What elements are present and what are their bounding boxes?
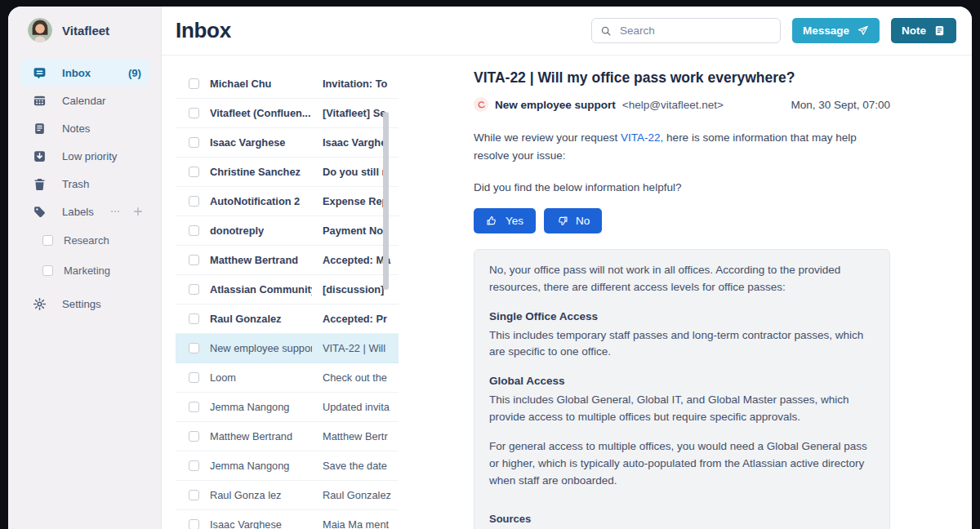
inbox-icon (33, 66, 47, 80)
email-sender: Christine Sanchez (210, 166, 312, 178)
email-meta: New employee support <help@vitafleet.net… (474, 97, 890, 112)
sidebar-item-label: Labels (62, 206, 94, 218)
email-checkbox[interactable] (189, 313, 199, 324)
sources-title: Sources (489, 511, 875, 527)
more-icon[interactable] (109, 206, 121, 217)
notes-icon (33, 122, 47, 136)
email-checkbox[interactable] (189, 519, 199, 529)
email-date: Mon, 30 Sept, 07:00 (791, 99, 890, 111)
no-button[interactable]: No (544, 208, 602, 233)
email-checkbox[interactable] (189, 167, 199, 177)
sidebar-item-settings[interactable]: Settings (20, 290, 149, 318)
search-box (591, 18, 781, 43)
low-priority-icon (33, 149, 47, 163)
list-item[interactable]: Jemma NangongSave the date (176, 451, 399, 481)
email-sender: Raul Gonza lez (210, 489, 312, 501)
note-button[interactable]: Note (891, 18, 956, 43)
list-item[interactable]: Atlassian Community[discussion] (176, 275, 399, 305)
email-subject: Accepted: Pr (323, 313, 399, 325)
top-controls: Message Note (591, 18, 956, 43)
email-checkbox[interactable] (189, 225, 199, 236)
support-avatar-icon (474, 97, 488, 112)
email-sender: Vitafleet (Confluen... (210, 107, 312, 119)
email-sender: AutoNotification 2 (210, 195, 312, 207)
list-item[interactable]: LoomCheck out the (176, 363, 399, 393)
list-item[interactable]: New employee supportVITA-22 | Will (176, 334, 399, 363)
email-subject: Check out the (323, 371, 399, 384)
add-label-icon[interactable] (132, 206, 144, 217)
brand: Vitafleet (8, 18, 161, 42)
no-button-label: No (576, 215, 590, 227)
email-detail: VITA-22 | Will my office pass work every… (399, 56, 972, 529)
email-rows: Michael ChuInvitation: ToVitafleet (Conf… (176, 69, 399, 529)
email-subject: Matthew Bertr (323, 430, 399, 442)
sender-email: <help@vitafleet.net> (622, 99, 724, 111)
email-checkbox[interactable] (189, 343, 199, 353)
page-title: Inbox (176, 18, 231, 43)
list-item[interactable]: AutoNotification 2Expense Rep (176, 187, 399, 216)
sidebar-item-low-priority[interactable]: Low priority (20, 142, 149, 170)
answer-paragraph: This includes temporary staff passes and… (489, 327, 875, 362)
list-scrollbar[interactable] (383, 112, 389, 290)
email-checkbox[interactable] (189, 402, 199, 412)
list-item[interactable]: Matthew BertrandAccepted: Ma (176, 246, 399, 275)
email-sender: Matthew Bertrand (210, 430, 312, 442)
message-button[interactable]: Message (792, 18, 880, 43)
app-window: Vitafleet Inbox(9)CalendarNotesLow prior… (8, 7, 972, 529)
label-checkbox[interactable] (42, 235, 53, 246)
email-sender: Matthew Bertrand (210, 254, 312, 266)
email-sender: Isaac Varghese (210, 136, 312, 149)
send-icon (857, 24, 869, 37)
search-input[interactable] (618, 24, 772, 38)
inbox-count: (9) (128, 67, 141, 79)
sidebar-item-inbox[interactable]: Inbox(9) (20, 59, 149, 87)
note-icon (933, 24, 946, 37)
yes-button[interactable]: Yes (474, 208, 536, 233)
list-item[interactable]: Matthew BertrandMatthew Bertr (176, 422, 399, 451)
email-body: While we review your request VITA-22, he… (474, 129, 890, 529)
sidebar-item-calendar[interactable]: Calendar (20, 87, 149, 114)
list-item[interactable]: Vitafleet (Confluen...[Vitafleet] Se (176, 99, 399, 128)
brand-name: Vitafleet (62, 24, 109, 38)
label-checkbox[interactable] (42, 265, 53, 276)
list-item[interactable]: Raul GonzalezAccepted: Pr (176, 305, 399, 334)
sidebar-item-label: Trash (62, 178, 89, 190)
ticket-link[interactable]: VITA-22, (621, 131, 663, 144)
user-avatar[interactable] (28, 18, 52, 42)
email-checkbox[interactable] (189, 284, 199, 295)
email-subject: Save the date (323, 460, 399, 472)
email-checkbox[interactable] (189, 255, 199, 265)
thumbs-up-icon (486, 215, 498, 227)
email-subject: Raul Gonzalez (323, 489, 399, 501)
list-item[interactable]: donotreplyPayment Not (176, 216, 399, 246)
email-checkbox[interactable] (189, 460, 199, 471)
email-checkbox[interactable] (189, 490, 199, 500)
email-sender: Isaac Varghese (210, 518, 312, 529)
email-subject: VITA-22 | Will (323, 342, 399, 354)
label-name: Marketing (64, 264, 110, 277)
list-item[interactable]: Isaac VargheseIsaac Varghe (176, 128, 399, 158)
list-item[interactable]: Jemma NangongUpdated invita (176, 393, 399, 422)
sidebar-item-labels[interactable]: Labels (20, 198, 149, 225)
sidebar-item-notes[interactable]: Notes (20, 114, 149, 142)
label-item-marketing[interactable]: Marketing (8, 256, 161, 286)
email-checkbox[interactable] (189, 431, 199, 442)
list-item[interactable]: Michael ChuInvitation: To (176, 69, 399, 99)
answer-card: No, your office pass will not work in al… (474, 249, 890, 529)
email-checkbox[interactable] (189, 196, 199, 207)
list-item[interactable]: Christine SanchezDo you still n (176, 158, 399, 187)
main-area: Inbox Message Note (162, 7, 972, 529)
email-checkbox[interactable] (189, 137, 199, 148)
list-item[interactable]: Raul Gonza lezRaul Gonzalez (176, 481, 399, 510)
email-checkbox[interactable] (189, 78, 199, 89)
sidebar-item-label: Calendar (62, 95, 106, 107)
email-sender: Jemma Nangong (210, 401, 312, 413)
label-item-research[interactable]: Research (8, 225, 161, 256)
email-checkbox[interactable] (189, 108, 199, 118)
email-list: Michael ChuInvitation: ToVitafleet (Conf… (162, 56, 399, 529)
sidebar-item-trash[interactable]: Trash (20, 170, 149, 198)
settings-icon (33, 297, 47, 311)
sidebar-settings-wrap: Settings (8, 290, 161, 318)
list-item[interactable]: Isaac VargheseMaia Ma ment (176, 510, 399, 529)
email-checkbox[interactable] (189, 372, 199, 383)
